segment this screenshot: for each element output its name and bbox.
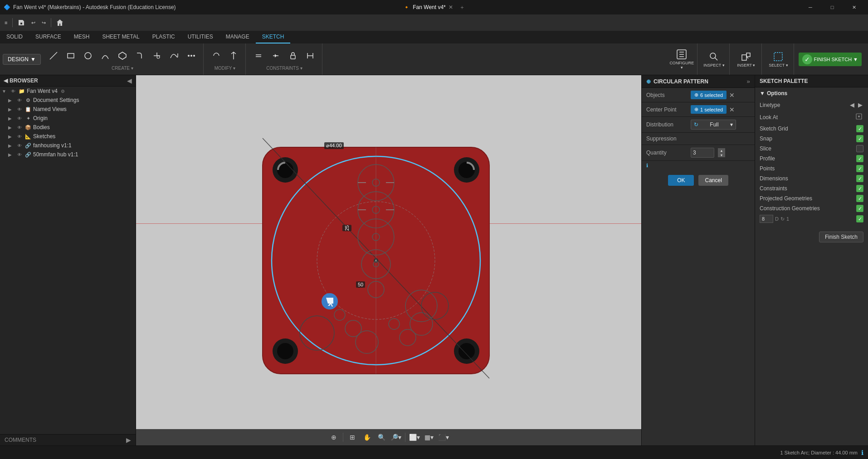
canvas-settings-button[interactable]: ⬛▾ xyxy=(437,431,450,444)
comments-collapse-button[interactable]: ▶ xyxy=(126,436,131,444)
tree-settings-icon[interactable]: ⚙ xyxy=(61,89,65,94)
browser-collapse-button[interactable]: ◀ xyxy=(127,77,132,84)
cp-distribution-arrow: ▾ xyxy=(730,121,733,128)
select-button[interactable]: SELECT ▾ xyxy=(766,48,790,71)
menu-tab-sketch[interactable]: SKETCH xyxy=(256,31,291,43)
sp-rotate-button[interactable]: ↻ xyxy=(780,216,785,222)
grid-view-button[interactable]: ⊞ xyxy=(346,431,359,444)
insert-button[interactable]: INSERT ▾ xyxy=(734,48,758,71)
circle-tool-button[interactable] xyxy=(80,48,96,64)
menu-tab-surface[interactable]: SURFACE xyxy=(29,31,68,43)
finish-sketch-button[interactable]: ✓ FINISH SKETCH ▼ xyxy=(799,53,862,66)
offset-button[interactable] xyxy=(208,48,224,64)
tree-vis-bodies[interactable]: 👁 xyxy=(16,125,23,130)
minimize-button[interactable]: ─ xyxy=(800,0,821,14)
tree-vis-origin[interactable]: 👁 xyxy=(16,116,23,121)
browser-expand-icon[interactable]: ◀ xyxy=(4,77,8,84)
sp-grid-checkbox[interactable]: ✓ xyxy=(856,125,863,132)
trim-tool-button[interactable] xyxy=(149,48,165,64)
sp-constraints-checkbox[interactable]: ✓ xyxy=(856,185,863,192)
inspect-button[interactable]: INSPECT ▾ xyxy=(702,48,726,71)
sp-linetype-next-button[interactable]: ▶ xyxy=(857,101,863,109)
menu-tab-manage[interactable]: MANAGE xyxy=(219,31,256,43)
dimension-button[interactable] xyxy=(302,48,318,64)
zoom-dropdown-button[interactable]: 🔎▾ xyxy=(390,431,402,444)
tree-item-sketches[interactable]: ▶ 👁 📐 Sketches xyxy=(0,132,136,141)
polygon-tool-button[interactable] xyxy=(114,48,131,64)
sp-value-input[interactable] xyxy=(760,215,773,223)
cp-objects-clear-button[interactable]: ✕ xyxy=(728,92,736,99)
tree-vis-named-views[interactable]: 👁 xyxy=(16,107,23,112)
center-view-button[interactable]: ⊕ xyxy=(327,431,340,444)
sp-slice-checkbox[interactable] xyxy=(856,145,863,152)
cp-distribution-dropdown[interactable]: ↻ Full ▾ xyxy=(691,120,736,130)
sp-dimensions-checkbox[interactable]: ✓ xyxy=(856,175,863,182)
tree-vis-sketches[interactable]: 👁 xyxy=(16,134,23,139)
cp-objects-value: 6 selected xyxy=(700,92,723,98)
tree-item-origin[interactable]: ▶ 👁 ✦ Origin xyxy=(0,114,136,123)
pan-button[interactable]: ✋ xyxy=(361,431,373,444)
cp-objects-button[interactable]: ⊕ 6 selected xyxy=(691,91,727,99)
tree-item-bodies[interactable]: ▶ 👁 📦 Bodies xyxy=(0,123,136,132)
sp-projected-checkbox[interactable]: ✓ xyxy=(856,195,863,202)
sp-lookat-button[interactable] xyxy=(854,112,863,122)
tree-vis-fanhousing[interactable]: 👁 xyxy=(16,143,23,148)
design-button[interactable]: DESIGN ▼ xyxy=(3,54,41,65)
close-button[interactable]: ✕ xyxy=(844,0,864,14)
cp-center-clear-button[interactable]: ✕ xyxy=(728,106,736,113)
rectangle-tool-button[interactable] xyxy=(63,48,79,64)
cp-quantity-up-button[interactable]: ▲ xyxy=(718,148,725,153)
project-button[interactable] xyxy=(225,48,242,64)
cp-quantity-spinner[interactable]: 3 xyxy=(691,148,714,158)
display-mode-button[interactable]: ⬜▾ xyxy=(408,431,421,444)
redo-button[interactable]: ↪ xyxy=(39,16,49,29)
maximize-button[interactable]: □ xyxy=(822,0,843,14)
sp-collapse-icon[interactable]: ▼ xyxy=(760,90,765,97)
tab-close-icon[interactable]: ✕ xyxy=(449,4,453,10)
viewport[interactable]: ⌀44.00 25 50 ⊕ ⊞ ✋ 🔍 🔎▾ ⬜▾ ▦▾ ⬛▾ xyxy=(136,75,641,445)
sp-extra-checkbox[interactable]: ✓ xyxy=(856,215,863,222)
new-tab-icon[interactable]: ＋ xyxy=(459,4,465,11)
cp-center-button[interactable]: ⊕ 1 selected xyxy=(691,105,727,114)
visual-style-button[interactable]: ▦▾ xyxy=(423,431,435,444)
line-tool-button[interactable] xyxy=(45,48,62,64)
sp-linetype-prev-button[interactable]: ◀ xyxy=(849,101,855,109)
more-create-button[interactable] xyxy=(183,48,200,64)
finish-sketch-palette-button[interactable]: Finish Sketch xyxy=(819,232,863,242)
sp-construction-checkbox[interactable]: ✓ xyxy=(856,205,863,212)
menu-tab-sheet-metal[interactable]: SHEET METAL xyxy=(96,31,146,43)
horizontal-constraint-button[interactable] xyxy=(268,48,284,64)
menu-tab-solid[interactable]: SOLID xyxy=(0,31,29,43)
menu-tab-mesh[interactable]: MESH xyxy=(68,31,96,43)
tree-item-doc-settings[interactable]: ▶ 👁 ⚙ Document Settings xyxy=(0,96,136,105)
zoom-button[interactable]: 🔍 xyxy=(375,431,388,444)
tree-vis-root[interactable]: 👁 xyxy=(10,89,17,94)
sp-snap-checkbox[interactable]: ✓ xyxy=(856,135,863,142)
sp-points-checkbox[interactable]: ✓ xyxy=(856,165,863,172)
cp-ok-button[interactable]: OK xyxy=(668,175,694,186)
tree-vis-doc[interactable]: 👁 xyxy=(16,98,23,103)
equal-constraint-button[interactable] xyxy=(250,48,267,64)
tree-vis-50mmfan[interactable]: 👁 xyxy=(16,152,23,157)
lock-constraint-button[interactable] xyxy=(285,48,301,64)
spline-tool-button[interactable] xyxy=(166,48,182,64)
status-icon-button[interactable]: ℹ xyxy=(861,449,863,456)
tree-item-fanhousing[interactable]: ▶ 👁 🔗 fanhousing v1:1 xyxy=(0,141,136,150)
cp-cancel-button[interactable]: Cancel xyxy=(698,175,728,186)
tree-item-named-views[interactable]: ▶ 👁 📋 Named Views xyxy=(0,105,136,114)
tree-item-50mmfan[interactable]: ▶ 👁 🔗 50mmfan hub v1:1 xyxy=(0,150,136,159)
tree-item-root[interactable]: ▼ 👁 📁 Fan Went v4 ⚙ xyxy=(0,87,136,96)
configure-button[interactable]: CONFIGURE ▾ xyxy=(670,48,693,71)
cp-quantity-input[interactable]: 3 xyxy=(691,148,714,157)
cp-quantity-down-button[interactable]: ▼ xyxy=(718,153,725,157)
menu-tab-utilities[interactable]: UTILITIES xyxy=(181,31,219,43)
undo-button[interactable]: ↩ xyxy=(29,16,38,29)
home-button[interactable] xyxy=(54,16,66,29)
arc-tool-button[interactable] xyxy=(97,48,113,64)
sp-profile-checkbox[interactable]: ✓ xyxy=(856,155,863,162)
menu-tab-plastic[interactable]: PLASTIC xyxy=(146,31,181,43)
fillet-tool-button[interactable] xyxy=(132,48,148,64)
app-menu-button[interactable]: ≡ xyxy=(2,16,10,29)
cp-expand-button[interactable]: » xyxy=(747,78,750,85)
save-button[interactable] xyxy=(15,16,28,29)
